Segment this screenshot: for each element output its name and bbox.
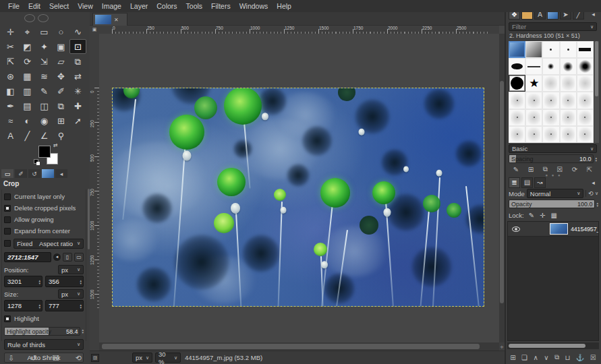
tool-clone[interactable]: ⧉ <box>53 98 69 113</box>
brush-soft-m[interactable] <box>560 58 577 75</box>
menu-help[interactable]: Help <box>273 1 295 11</box>
delete-tool-preset-button[interactable]: ☒ <box>53 354 59 363</box>
brush-faint-dot[interactable] <box>542 126 559 143</box>
size-unit-combo[interactable]: px ∨ <box>58 289 84 299</box>
tool-zoom[interactable]: ⚲ <box>53 128 69 143</box>
tool-unified-transform[interactable]: ⇱ <box>2 54 19 69</box>
brush-faint-dot[interactable] <box>509 126 525 143</box>
stepper-icon[interactable]: ▴▾ <box>82 328 84 334</box>
tool-dodge-burn[interactable]: ◐ <box>19 113 36 128</box>
duplicate-layer-button[interactable]: ⧉ <box>554 353 559 361</box>
menu-tools[interactable]: Tools <box>182 1 207 11</box>
brush-filter-input[interactable]: Filter ∨ <box>509 22 597 31</box>
portrait-button[interactable]: ▯ <box>63 253 72 262</box>
tool-align[interactable]: ⌖ <box>19 24 36 39</box>
brush-faint-dot[interactable] <box>509 92 525 109</box>
tab-device-status[interactable]: ✐ <box>15 169 27 178</box>
brush-dot[interactable] <box>542 41 559 58</box>
raise-layer-button[interactable]: ∧ <box>533 354 538 361</box>
refresh-brushes-button[interactable]: ⟳ <box>572 166 577 173</box>
brush-thumb-blue[interactable] <box>509 41 525 58</box>
tool-mypaint-brush[interactable]: ▤ <box>19 98 36 113</box>
navigation-button[interactable]: ✛ <box>499 342 505 351</box>
status-zoom-combo[interactable]: 30 % ∨ <box>155 353 181 363</box>
lock-alpha-toggle[interactable]: ▦ <box>551 212 557 219</box>
visibility-eye-icon[interactable] <box>512 226 520 232</box>
checkbox[interactable] <box>4 205 11 212</box>
tool-measure[interactable]: ∠ <box>36 128 53 143</box>
default-colors-icon[interactable] <box>34 159 38 164</box>
scrollbar-thumb[interactable] <box>509 344 585 348</box>
position-y-field[interactable]: 356▴▾ <box>45 276 84 287</box>
aspect-ratio-input[interactable]: 2712:1547 <box>4 252 51 262</box>
brush-thumb-gray[interactable] <box>525 41 542 58</box>
canvas-viewport[interactable] <box>99 34 499 342</box>
tool-scale[interactable]: ⇲ <box>36 54 53 69</box>
brush-tag-combo[interactable]: Basic ∨ <box>509 144 597 153</box>
canvas-horizontal-scrollbar[interactable] <box>99 342 499 351</box>
tool-fuzzy-select[interactable]: ✦ <box>36 39 53 54</box>
brush-faint-dot[interactable] <box>577 126 594 143</box>
brush-faint-dot[interactable] <box>509 109 525 126</box>
merge-down-button[interactable]: ⊔ <box>565 354 571 361</box>
brush-faint-dot[interactable] <box>542 92 559 109</box>
stepper-icon[interactable]: ▴▾ <box>596 202 598 207</box>
brush-grid-scrollbar[interactable] <box>594 41 599 143</box>
tool-bucket-fill[interactable]: ◧ <box>2 84 19 98</box>
stepper-icon[interactable]: ▴▾ <box>595 156 597 162</box>
tool-perspective[interactable]: ⧉ <box>69 54 86 69</box>
tool-smudge[interactable]: ≈ <box>2 113 19 128</box>
tool-blur-sharpen[interactable]: ◉ <box>36 113 53 128</box>
scrollbar-thumb[interactable] <box>500 81 504 303</box>
brush-faint[interactable] <box>560 75 577 92</box>
tool-by-color-select[interactable]: ▣ <box>53 39 69 54</box>
tool-scissors-select[interactable]: ✂ <box>2 39 19 54</box>
horizontal-ruler[interactable]: 02505007501000125015001750200022502500 <box>99 26 499 34</box>
tab-image-thumbnail[interactable] <box>42 169 54 178</box>
tool-color-picker[interactable]: ╱ <box>19 128 36 143</box>
delete-brush-button[interactable]: ☒ <box>556 166 563 173</box>
brush-circle-sel[interactable] <box>509 75 525 92</box>
menu-colors[interactable]: Colors <box>152 1 181 11</box>
brush-star[interactable]: ★ <box>525 75 542 92</box>
tool-eraser[interactable]: ◫ <box>36 98 53 113</box>
fixed-checkbox[interactable] <box>4 240 11 247</box>
brush-faint-dot[interactable] <box>560 109 577 126</box>
tool-paths[interactable]: ➚ <box>69 113 86 128</box>
guides-combo[interactable]: Rule of thirds ∨ <box>4 339 84 350</box>
position-x-field[interactable]: 3201▴▾ <box>4 276 42 287</box>
tool-pencil[interactable]: ✎ <box>36 84 53 98</box>
tool-move[interactable]: ✛ <box>2 24 19 39</box>
quick-mask-toggle[interactable]: ▨ <box>91 354 99 362</box>
menu-windows[interactable]: Windows <box>235 1 273 11</box>
brush-faint[interactable] <box>577 75 594 92</box>
stepper-icon[interactable]: ▴▾ <box>38 279 40 284</box>
lock-pixels-toggle[interactable]: ✎ <box>529 212 534 219</box>
mode-switch-icon[interactable]: ⟲ <box>588 190 594 197</box>
tool-rectangle-select[interactable]: ▭ <box>36 24 53 39</box>
brush-ellipse[interactable] <box>509 58 525 75</box>
tab-undo-history[interactable]: ↺ <box>28 169 40 178</box>
tool-heal[interactable]: ✚ <box>69 98 86 113</box>
reset-tool-options-button[interactable]: ⟲ <box>76 354 82 363</box>
menu-image[interactable]: Image <box>98 1 125 11</box>
tool-options-menu-button[interactable]: ◂ <box>55 169 67 178</box>
brush-spacing-slider[interactable]: Spacing 10.0 <box>509 154 594 163</box>
brush-faint[interactable] <box>542 75 559 92</box>
tab-channels[interactable]: ▤ <box>521 177 533 188</box>
scrollbar-thumb[interactable] <box>102 344 480 349</box>
foreground-color-swatch[interactable] <box>38 146 51 158</box>
tool-text[interactable]: A <box>2 128 19 143</box>
anchor-layer-button[interactable]: ⚓ <box>576 354 584 361</box>
brush-faint-dot[interactable] <box>577 92 594 109</box>
layer-mode-combo[interactable]: Normal ∨ <box>527 189 584 198</box>
brush-dot[interactable] <box>560 41 577 58</box>
stepper-icon[interactable]: ▴▾ <box>38 303 40 309</box>
fixed-combo[interactable]: Fixed Aspect ratio ∨ <box>13 239 84 249</box>
brush-faint-dot[interactable] <box>525 109 542 126</box>
delete-layer-button[interactable]: ☒ <box>590 354 596 361</box>
canvas-image[interactable] <box>112 88 484 307</box>
save-tool-preset-button[interactable]: ⇩ <box>8 354 14 363</box>
highlight-checkbox[interactable] <box>4 315 11 322</box>
tool-perspective-clone[interactable]: ⊞ <box>53 113 69 128</box>
